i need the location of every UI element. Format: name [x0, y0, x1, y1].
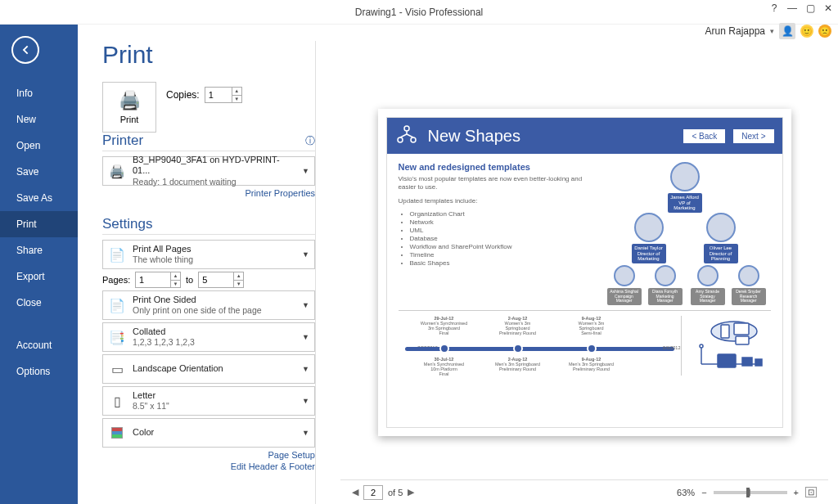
svg-rect-4: [721, 325, 729, 338]
nav-close[interactable]: Close: [0, 290, 78, 316]
svg-rect-9: [718, 354, 736, 367]
nav-share[interactable]: Share: [0, 237, 78, 263]
edit-header-footer-link[interactable]: Edit Header & Footer: [102, 461, 315, 471]
nav-print[interactable]: Print: [0, 211, 78, 237]
nav-export[interactable]: Export: [0, 263, 78, 290]
shapes-icon: [395, 124, 420, 147]
nav-info[interactable]: Info: [0, 80, 78, 106]
main: Print 🖨️ Print Copies: 1 ▲▼ Printer ⓘ: [78, 25, 838, 504]
collate-icon: 📑: [108, 330, 126, 345]
zoom-in-button[interactable]: +: [794, 488, 799, 497]
back-button[interactable]: [11, 36, 39, 64]
print-button-label: Print: [120, 115, 139, 124]
nav-new[interactable]: New: [0, 106, 78, 133]
close-icon[interactable]: ✕: [823, 3, 833, 13]
chevron-down-icon: ▼: [302, 167, 309, 175]
pages-to-label: to: [186, 275, 193, 285]
nav-options[interactable]: Options: [0, 358, 78, 385]
preview-footer: ◀ of 5 ▶ 63% − + ⊡: [340, 479, 828, 504]
user-name[interactable]: Arun Rajappa: [705, 25, 765, 37]
preview-title: New Shapes: [428, 127, 676, 146]
svg-point-2: [411, 137, 416, 142]
avatar[interactable]: 👤: [779, 23, 795, 39]
chevron-down-icon: ▼: [302, 365, 309, 373]
print-button[interactable]: 🖨️ Print: [102, 82, 156, 133]
fit-page-button[interactable]: ⊡: [805, 487, 817, 497]
prev-page-button[interactable]: ◀: [352, 487, 358, 497]
user-row: Arun Rajappa ▾ 👤 🙂 🙁: [705, 23, 831, 39]
settings-section-title: Settings: [102, 216, 315, 235]
printer-section-title: Printer ⓘ: [102, 133, 315, 151]
svg-rect-11: [755, 359, 762, 366]
page-icon: 📄: [108, 298, 126, 313]
paper-icon: ▯: [108, 394, 126, 409]
zoom-label: 63%: [677, 488, 695, 497]
page-total-label: of 5: [388, 488, 403, 497]
zoom-out-button[interactable]: −: [701, 488, 706, 497]
help-icon[interactable]: ?: [769, 3, 779, 13]
svg-point-0: [404, 126, 409, 131]
page-from-input[interactable]: 1 ▲▼: [135, 272, 181, 288]
setting-sides[interactable]: 📄 Print One Sided Only print on one side…: [102, 290, 315, 320]
info-icon[interactable]: ⓘ: [305, 134, 315, 148]
svg-rect-5: [734, 323, 749, 335]
titlebar: Drawing1 - Visio Professional ? — ▢ ✕: [0, 0, 838, 25]
org-chart-graphic: James AlfordVP of Marketing Daniel Taylo…: [599, 162, 771, 305]
preview-desc: Visio's most popular templates are now e…: [399, 175, 591, 192]
restore-icon[interactable]: ▢: [805, 3, 815, 13]
preview-list-intro: Updated templates include:: [399, 197, 591, 205]
nav-save[interactable]: Save: [0, 159, 78, 185]
printer-icon: 🖨️: [119, 90, 141, 111]
setting-paper-size[interactable]: ▯ Letter 8.5" x 11" ▼: [102, 386, 315, 416]
svg-point-8: [700, 344, 703, 348]
nav-open[interactable]: Open: [0, 133, 78, 159]
feedback-frown-icon[interactable]: 🙁: [818, 25, 831, 38]
pages-label: Pages:: [102, 275, 130, 285]
color-icon: [108, 427, 126, 439]
chevron-down-icon: ▼: [302, 429, 309, 437]
printer-status-icon: 🖨️: [108, 164, 126, 179]
preview-column: New Shapes < Back Next > New and redesig…: [315, 41, 838, 504]
page-to-input[interactable]: 5 ▲▼: [198, 272, 244, 288]
current-page-input[interactable]: [363, 485, 383, 500]
preview-subtitle: New and redesigned templates: [399, 162, 591, 172]
chevron-down-icon[interactable]: ▾: [770, 27, 774, 35]
svg-rect-6: [736, 336, 749, 344]
backstage-sidebar: Info New Open Save Save As Print Share E…: [0, 25, 78, 504]
copies-input[interactable]: 1 ▲▼: [205, 87, 242, 103]
landscape-icon: ▭: [108, 362, 126, 377]
zoom-slider[interactable]: [714, 491, 787, 494]
chevron-down-icon: ▼: [302, 397, 309, 405]
preview-back-button[interactable]: < Back: [683, 129, 725, 143]
nav-save-as[interactable]: Save As: [0, 185, 78, 211]
printer-selector[interactable]: 🖨️ B3_HP9040_3FA1 on HYD-VPRINT-01... Re…: [102, 156, 315, 186]
copies-spinner[interactable]: ▲▼: [232, 88, 241, 102]
page-title: Print: [102, 41, 315, 69]
page-setup-link[interactable]: Page Setup: [102, 450, 315, 460]
setting-print-range[interactable]: 📄 Print All Pages The whole thing ▼: [102, 240, 315, 269]
preview-next-button[interactable]: Next >: [733, 129, 773, 143]
chevron-down-icon: ▼: [302, 333, 309, 341]
preview-bullet-list: Organization Chart Network UML Database …: [399, 210, 591, 267]
chevron-down-icon: ▼: [302, 250, 309, 259]
preview-header: New Shapes < Back Next >: [387, 118, 782, 154]
setting-orientation[interactable]: ▭ Landscape Orientation ▼: [102, 354, 315, 384]
feedback-smile-icon[interactable]: 🙂: [800, 25, 813, 38]
nav-account[interactable]: Account: [0, 332, 78, 358]
svg-point-1: [398, 137, 403, 142]
next-page-button[interactable]: ▶: [408, 487, 414, 497]
printer-properties-link[interactable]: Printer Properties: [102, 188, 315, 198]
setting-collate[interactable]: 📑 Collated 1,2,3 1,2,3 1,2,3 ▼: [102, 322, 315, 352]
setting-color[interactable]: Color ▼: [102, 418, 315, 448]
minimize-icon[interactable]: —: [787, 3, 797, 13]
print-settings-column: Print 🖨️ Print Copies: 1 ▲▼ Printer ⓘ: [102, 41, 315, 504]
window-controls: ? — ▢ ✕: [769, 3, 833, 13]
chevron-down-icon: ▼: [302, 301, 309, 309]
copies-label: Copies:: [166, 89, 200, 101]
print-preview-page: New Shapes < Back Next > New and redesig…: [378, 109, 791, 436]
timeline-graphic: 7/27/2012 29-Jul-12Women's Synchronised …: [399, 310, 771, 376]
network-graphic: [685, 317, 767, 376]
pages-icon: 📄: [108, 247, 126, 263]
window-title: Drawing1 - Visio Professional: [355, 7, 484, 18]
